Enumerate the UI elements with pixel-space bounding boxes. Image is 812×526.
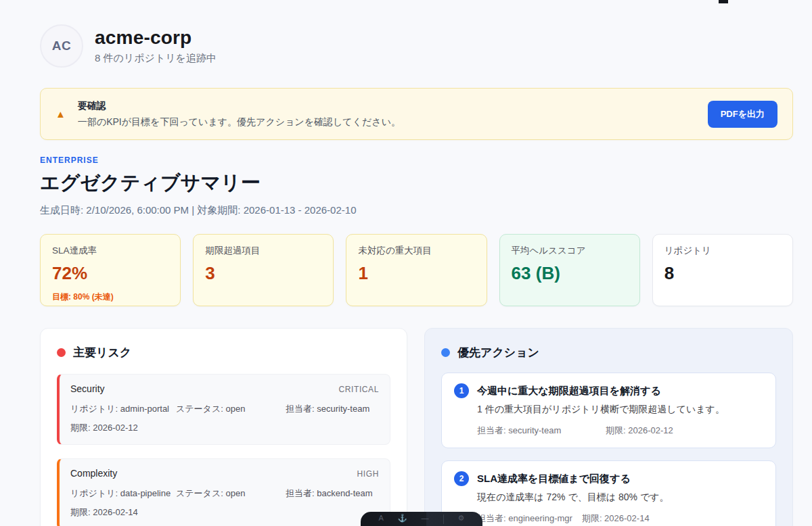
action-number-badge: 2 — [454, 471, 469, 486]
risk-name: Complexity — [70, 468, 117, 479]
action-meta-row: 担当者: security-team 期限: 2026-02-12 — [477, 425, 763, 437]
priority-actions-panel: 優先アクション 1 今週中に重大な期限超過項目を解消する 1 件の重大項目がリポ… — [424, 328, 793, 526]
risks-panel-title: 主要リスク — [57, 345, 390, 360]
kpi-card-repos: リポジトリ 8 — [652, 234, 793, 306]
kpi-label: 未対応の重大項目 — [358, 245, 474, 257]
action-owner: 担当者: security-team — [477, 425, 606, 437]
page: AC acme-corp 8 件のリポジトリを追跡中 ▲ 要確認 一部のKPIが… — [0, 0, 812, 526]
action-title: SLA達成率を目標値まで回復する — [477, 471, 631, 486]
warning-triangle-icon: ▲ — [55, 109, 66, 119]
risk-repo: リポジトリ: data-pipeline — [70, 487, 176, 500]
action-description: 現在の達成率は 72% で、目標は 80% です。 — [477, 492, 763, 504]
report-meta: 生成日時: 2/10/2026, 6:00:00 PM | 対象期間: 2026… — [40, 204, 793, 217]
org-avatar: AC — [40, 24, 83, 68]
minimize-icon[interactable]: — — [422, 515, 429, 522]
risk-deadline: 期限: 2026-02-14 — [70, 506, 379, 519]
risk-head: Security CRITICAL — [70, 383, 379, 394]
kpi-value: 3 — [205, 263, 321, 284]
assistant-logo-icon[interactable]: A — [379, 515, 384, 522]
blue-dot-icon — [441, 348, 450, 357]
floating-dock[interactable]: A ⚓ — ⚙ — [361, 512, 482, 526]
org-header: AC acme-corp 8 件のリポジトリを追跡中 — [40, 24, 793, 68]
repo-count-subtitle: 8 件のリポジトリを追跡中 — [95, 52, 217, 65]
risk-deadline: 期限: 2026-02-12 — [70, 422, 379, 434]
action-deadline: 期限: 2026-02-12 — [606, 425, 673, 437]
action-title: 今週中に重大な期限超過項目を解消する — [477, 383, 661, 398]
risk-status: ステータス: open — [176, 487, 286, 500]
kpi-label: リポジトリ — [664, 245, 781, 257]
risk-head: Complexity HIGH — [70, 468, 379, 479]
action-owner: 担当者: engineering-mgr — [477, 512, 572, 525]
alert-banner: ▲ 要確認 一部のKPIが目標を下回っています。優先アクションを確認してください… — [40, 88, 793, 140]
action-number-badge: 1 — [454, 383, 469, 398]
actions-title-text: 優先アクション — [457, 345, 539, 360]
risk-item-security[interactable]: Security CRITICAL リポジトリ: admin-portal ステ… — [57, 374, 390, 445]
org-title-block: acme-corp 8 件のリポジトリを追跡中 — [95, 27, 217, 65]
risk-severity-badge: HIGH — [357, 469, 379, 479]
risk-repo: リポジトリ: admin-portal — [70, 403, 176, 415]
kpi-card-critical-open: 未対応の重大項目 1 — [346, 234, 487, 306]
kpi-row: SLA達成率 72% 目標: 80% (未達) 期限超過項目 3 未対応の重大項… — [40, 234, 793, 306]
action-meta-row: 担当者: engineering-mgr 期限: 2026-02-14 — [477, 512, 763, 525]
kpi-value: 72% — [52, 263, 168, 284]
kpi-card-health-score: 平均ヘルススコア 63 (B) — [499, 234, 640, 306]
kpi-value: 63 (B) — [512, 263, 628, 284]
export-pdf-button[interactable]: PDFを出力 — [708, 101, 777, 128]
page-title: エグゼクティブサマリー — [40, 170, 793, 197]
action-item-1[interactable]: 1 今週中に重大な期限超過項目を解消する 1 件の重大項目がリポジトリ横断で期限… — [441, 373, 776, 448]
org-name: acme-corp — [95, 27, 217, 49]
risk-name: Security — [70, 383, 105, 394]
risk-meta-row: リポジトリ: data-pipeline ステータス: open 担当者: ba… — [70, 487, 379, 500]
action-head: 2 SLA達成率を目標値まで回復する — [454, 471, 763, 486]
enterprise-eyebrow: ENTERPRISE — [40, 156, 793, 165]
action-head: 1 今週中に重大な期限超過項目を解消する — [454, 383, 763, 398]
risk-owner: 担当者: security-team — [286, 403, 369, 415]
ship-icon[interactable]: ⚓ — [398, 515, 407, 522]
kpi-label: 期限超過項目 — [205, 245, 321, 257]
kpi-value: 1 — [358, 263, 474, 284]
alert-message: 一部のKPIが目標を下回っています。優先アクションを確認してください。 — [78, 116, 401, 128]
panels-row: 主要リスク Security CRITICAL リポジトリ: admin-por… — [40, 328, 793, 526]
actions-panel-title: 優先アクション — [441, 345, 776, 360]
risks-title-text: 主要リスク — [73, 345, 131, 360]
action-deadline: 期限: 2026-02-14 — [582, 512, 650, 525]
gear-icon[interactable]: ⚙ — [458, 515, 465, 522]
action-description: 1 件の重大項目がリポジトリ横断で期限超過しています。 — [477, 404, 763, 416]
kpi-label: SLA達成率 — [52, 245, 168, 257]
risk-meta-row: リポジトリ: admin-portal ステータス: open 担当者: sec… — [70, 403, 379, 415]
risk-item-complexity[interactable]: Complexity HIGH リポジトリ: data-pipeline ステー… — [57, 458, 390, 526]
alert-title: 要確認 — [78, 100, 401, 112]
kpi-label: 平均ヘルススコア — [512, 245, 628, 257]
kpi-target-note: 目標: 80% (未達) — [52, 291, 168, 303]
dock-divider — [443, 515, 444, 524]
cutoff-window-fragment — [719, 0, 728, 3]
kpi-value: 8 — [664, 263, 781, 284]
kpi-card-overdue: 期限超過項目 3 — [193, 234, 334, 306]
action-item-2[interactable]: 2 SLA達成率を目標値まで回復する 現在の達成率は 72% で、目標は 80%… — [441, 460, 776, 526]
key-risks-panel: 主要リスク Security CRITICAL リポジトリ: admin-por… — [40, 328, 407, 526]
risk-owner: 担当者: backend-team — [286, 487, 373, 500]
alert-text-block: 要確認 一部のKPIが目標を下回っています。優先アクションを確認してください。 — [78, 100, 401, 128]
risk-status: ステータス: open — [176, 403, 286, 415]
red-dot-icon — [57, 348, 66, 357]
kpi-card-sla: SLA達成率 72% 目標: 80% (未達) — [40, 234, 181, 306]
risk-severity-badge: CRITICAL — [339, 385, 379, 394]
